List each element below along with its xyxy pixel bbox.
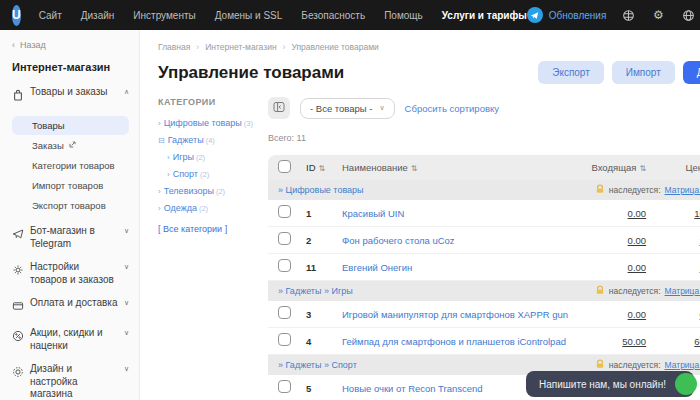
product-name-link[interactable]: Красивый UIN bbox=[342, 208, 574, 219]
product-name-link[interactable]: Фон рабочего стола uCoz bbox=[342, 235, 574, 246]
breadcrumb-home[interactable]: Главная bbox=[158, 42, 190, 52]
category-clothes[interactable]: ›Одежда(2) bbox=[158, 200, 254, 217]
table-row: 3 Игровой манипулятор для смартфонов XAP… bbox=[268, 301, 700, 328]
category-digital-goods[interactable]: ›Цифровые товары(3) bbox=[158, 115, 254, 132]
import-button[interactable]: Импорт bbox=[612, 61, 675, 84]
section-label: Бот-магазин в Telegram bbox=[30, 225, 118, 250]
collapse-panel-button[interactable] bbox=[268, 97, 290, 119]
expand-arrow-icon[interactable]: › bbox=[158, 187, 161, 196]
row-checkbox[interactable] bbox=[278, 259, 291, 272]
ucoz-logo[interactable]: U bbox=[12, 5, 21, 26]
chevron-up-icon: ∧ bbox=[124, 86, 129, 96]
updates-link[interactable]: Обновления bbox=[549, 10, 607, 21]
incoming-price-value[interactable]: 0.00 bbox=[628, 235, 647, 246]
all-categories-link[interactable]: [ Все категории ] bbox=[158, 224, 254, 234]
category-tvs[interactable]: ›Телевизоры(2) bbox=[158, 183, 254, 200]
chat-widget[interactable]: Напишите нам, мы онлайн! bbox=[526, 371, 694, 397]
sidebar: ‹ Назад Интернет-магазин Товары и заказы… bbox=[0, 30, 140, 400]
category-count: (3) bbox=[244, 119, 253, 128]
chevron-down-icon: ∨ bbox=[124, 297, 129, 307]
top-navbar: U Сайт Дизайн Инструменты Домены и SSL Б… bbox=[0, 0, 700, 30]
collapse-arrow-icon[interactable]: ⊟ bbox=[158, 136, 165, 145]
row-checkbox[interactable] bbox=[278, 205, 291, 218]
sidebar-section-telegram-bot-shop[interactable]: Бот-магазин в Telegram ∨ bbox=[12, 225, 129, 250]
item-label: Категории товаров bbox=[32, 160, 115, 171]
group-category-link[interactable]: » Гаджеты » Спорт bbox=[278, 360, 357, 370]
sidebar-item-products[interactable]: Товары bbox=[12, 116, 129, 135]
expand-arrow-icon[interactable]: › bbox=[158, 204, 161, 213]
table-row: 11 Евгений Онегин 0.00 1.00 × bbox=[268, 254, 700, 281]
breadcrumb-shop[interactable]: Интернет-магазин bbox=[205, 42, 276, 52]
price-matrix-link[interactable]: Матрица цен по умолчанию bbox=[665, 185, 700, 195]
header-id[interactable]: ID⇅ bbox=[306, 162, 342, 173]
incoming-price-value[interactable]: 0.00 bbox=[628, 262, 647, 273]
price-matrix-link[interactable]: Матрица цен по умолчанию bbox=[665, 360, 700, 370]
products-filter-dropdown[interactable]: - Все товары - ∨ bbox=[300, 98, 395, 119]
reset-sorting-link[interactable]: Сбросить сортировку bbox=[405, 103, 499, 114]
telegram-updates-icon[interactable] bbox=[527, 7, 543, 23]
price-value[interactable]: 60.00 bbox=[694, 336, 700, 347]
inherit-label: наследуется: bbox=[609, 286, 661, 296]
section-label: Настройки товаров и заказов bbox=[30, 261, 118, 286]
sidebar-section-shop-design-settings[interactable]: Дизайн и настройка магазина ∨ bbox=[12, 363, 129, 400]
lock-icon bbox=[595, 184, 605, 196]
product-name-link[interactable]: Игровой манипулятор для смартфонов XAPPR… bbox=[342, 309, 574, 320]
nav-item-help[interactable]: Помощь bbox=[384, 10, 423, 21]
nav-item-security[interactable]: Безопасность bbox=[301, 10, 365, 21]
incoming-price-value[interactable]: 0.00 bbox=[628, 309, 647, 320]
row-checkbox[interactable] bbox=[278, 306, 291, 319]
header-price[interactable]: Цена⇅ bbox=[646, 162, 700, 173]
row-checkbox[interactable] bbox=[278, 333, 291, 346]
group-category-link[interactable]: » Цифровые товары bbox=[278, 185, 364, 195]
header-incoming[interactable]: Входящая⇅ bbox=[574, 162, 646, 173]
category-games[interactable]: ›Игры(2) bbox=[158, 149, 254, 166]
price-value[interactable]: 10.00 bbox=[694, 208, 700, 219]
sort-icon[interactable]: ⇅ bbox=[639, 164, 646, 173]
header-name[interactable]: Наименование⇅ bbox=[342, 162, 574, 173]
sidebar-item-product-export[interactable]: Экспорт товаров bbox=[12, 196, 129, 215]
expand-arrow-icon[interactable]: › bbox=[167, 170, 170, 179]
row-checkbox[interactable] bbox=[278, 232, 291, 245]
group-row-gadgets-games: » Гаджеты » Игры наследуется: Матрица це… bbox=[268, 281, 700, 301]
sort-icon[interactable]: ⇅ bbox=[319, 164, 326, 173]
product-name-link[interactable]: Геймпад для смартфонов и планшетов iCont… bbox=[342, 336, 574, 347]
bag-icon bbox=[12, 86, 24, 105]
add-product-button[interactable]: Добавить товар bbox=[683, 61, 700, 84]
sort-icon[interactable]: ⇅ bbox=[411, 164, 418, 173]
sidebar-section-product-order-settings[interactable]: Настройки товаров и заказов ∨ bbox=[12, 261, 129, 286]
nav-item-services-tariffs[interactable]: Услуги и тарифы bbox=[442, 10, 527, 21]
expand-arrow-icon[interactable]: › bbox=[167, 153, 170, 162]
sidebar-section-promotions-discounts[interactable]: Акции, скидки и наценки ∨ bbox=[12, 327, 129, 352]
group-category-link[interactable]: » Гаджеты » Игры bbox=[278, 286, 353, 296]
incoming-price-value[interactable]: 0.00 bbox=[628, 208, 647, 219]
sidebar-item-product-categories[interactable]: Категории товаров bbox=[12, 156, 129, 175]
table-row: 4 Геймпад для смартфонов и планшетов iCo… bbox=[268, 328, 700, 355]
price-matrix-link[interactable]: Матрица цен по умолчанию bbox=[665, 286, 700, 296]
category-gadgets[interactable]: ⊟Гаджеты(4) bbox=[158, 132, 254, 149]
category-count: (2) bbox=[199, 204, 208, 213]
nav-item-design[interactable]: Дизайн bbox=[81, 10, 115, 21]
sidebar-section-payment-delivery[interactable]: Оплата и доставка ∨ bbox=[12, 297, 129, 316]
sidebar-item-orders[interactable]: Заказы bbox=[12, 136, 129, 155]
settings-gear-icon[interactable]: ⚙ bbox=[650, 7, 666, 23]
products-table: ID⇅ Наименование⇅ Входящая⇅ Цена⇅ ⚙ bbox=[268, 155, 700, 400]
table-row: 2 Фон рабочего стола uCoz 0.00 2.00 × bbox=[268, 227, 700, 254]
group-row-digital-goods: » Цифровые товары наследуется: Матрица ц… bbox=[268, 180, 700, 200]
row-checkbox[interactable] bbox=[278, 380, 291, 393]
category-sport[interactable]: ›Спорт(2) bbox=[158, 166, 254, 183]
sidebar-section-products-orders[interactable]: Товары и заказы ∧ bbox=[12, 86, 129, 105]
nav-item-domains-ssl[interactable]: Домены и SSL bbox=[215, 10, 283, 21]
sidebar-item-product-import[interactable]: Импорт товаров bbox=[12, 176, 129, 195]
product-name-link[interactable]: Евгений Онегин bbox=[342, 262, 574, 273]
select-all-checkbox[interactable] bbox=[278, 160, 291, 173]
expand-arrow-icon[interactable]: › bbox=[158, 119, 161, 128]
panel-toggle-icon bbox=[273, 101, 285, 116]
nav-item-tools[interactable]: Инструменты bbox=[133, 10, 195, 21]
nav-item-site[interactable]: Сайт bbox=[39, 10, 62, 21]
language-icon[interactable] bbox=[620, 7, 636, 23]
globe-icon[interactable] bbox=[680, 7, 696, 23]
breadcrumb-current: Управление товарами bbox=[291, 42, 378, 52]
incoming-price-value[interactable]: 50.00 bbox=[622, 336, 646, 347]
export-button[interactable]: Экспорт bbox=[538, 61, 604, 84]
back-button[interactable]: ‹ Назад bbox=[12, 40, 129, 50]
